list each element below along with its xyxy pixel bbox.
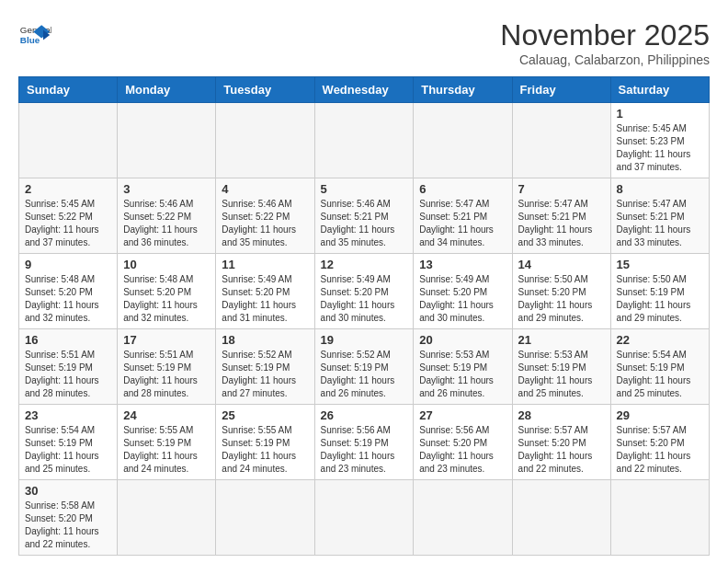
col-header-thursday: Thursday xyxy=(414,77,512,103)
day-number: 2 xyxy=(25,182,111,196)
col-header-monday: Monday xyxy=(118,77,216,103)
cell-info: Sunrise: 5:48 AMSunset: 5:20 PMDaylight:… xyxy=(25,273,111,325)
calendar-cell: 10Sunrise: 5:48 AMSunset: 5:20 PMDayligh… xyxy=(118,254,216,329)
calendar-cell: 21Sunrise: 5:53 AMSunset: 5:19 PMDayligh… xyxy=(512,329,610,405)
day-number: 23 xyxy=(25,408,111,422)
calendar-cell: 3Sunrise: 5:46 AMSunset: 5:22 PMDaylight… xyxy=(118,178,216,254)
day-number: 14 xyxy=(518,258,605,271)
calendar-cell: 22Sunrise: 5:54 AMSunset: 5:19 PMDayligh… xyxy=(610,329,709,405)
day-number: 27 xyxy=(419,408,506,422)
calendar-cell: 28Sunrise: 5:57 AMSunset: 5:20 PMDayligh… xyxy=(512,405,610,480)
calendar-cell xyxy=(512,103,610,178)
cell-info: Sunrise: 5:51 AMSunset: 5:19 PMDaylight:… xyxy=(123,349,210,400)
day-number: 5 xyxy=(321,182,408,196)
day-number: 20 xyxy=(419,333,506,347)
logo: General Blue xyxy=(18,18,51,52)
calendar-week-row: 9Sunrise: 5:48 AMSunset: 5:20 PMDaylight… xyxy=(19,254,710,329)
calendar-cell: 4Sunrise: 5:46 AMSunset: 5:22 PMDaylight… xyxy=(216,178,314,254)
day-number: 8 xyxy=(617,182,703,196)
col-header-tuesday: Tuesday xyxy=(216,77,314,103)
day-number: 9 xyxy=(25,258,111,271)
calendar-cell xyxy=(610,480,709,556)
cell-info: Sunrise: 5:45 AMSunset: 5:22 PMDaylight:… xyxy=(25,198,111,249)
cell-info: Sunrise: 5:45 AMSunset: 5:23 PMDaylight:… xyxy=(617,122,703,174)
calendar-cell xyxy=(512,480,610,556)
cell-info: Sunrise: 5:52 AMSunset: 5:19 PMDaylight:… xyxy=(222,349,308,400)
day-number: 12 xyxy=(321,258,408,271)
month-title: November 2025 xyxy=(500,18,710,52)
calendar-cell: 8Sunrise: 5:47 AMSunset: 5:21 PMDaylight… xyxy=(610,178,709,254)
cell-info: Sunrise: 5:54 AMSunset: 5:19 PMDaylight:… xyxy=(617,349,703,400)
calendar-cell: 7Sunrise: 5:47 AMSunset: 5:21 PMDaylight… xyxy=(512,178,610,254)
calendar-cell: 12Sunrise: 5:49 AMSunset: 5:20 PMDayligh… xyxy=(314,254,414,329)
calendar-cell: 19Sunrise: 5:52 AMSunset: 5:19 PMDayligh… xyxy=(314,329,414,405)
day-number: 30 xyxy=(25,484,111,498)
page-header: General Blue November 2025 Calauag, Cala… xyxy=(18,18,710,67)
day-number: 25 xyxy=(222,408,308,422)
day-number: 17 xyxy=(123,333,210,347)
calendar-week-row: 30Sunrise: 5:58 AMSunset: 5:20 PMDayligh… xyxy=(19,480,710,556)
day-number: 1 xyxy=(617,107,703,121)
calendar-cell: 24Sunrise: 5:55 AMSunset: 5:19 PMDayligh… xyxy=(118,405,216,480)
day-number: 26 xyxy=(321,408,408,422)
day-number: 4 xyxy=(222,182,308,196)
col-header-saturday: Saturday xyxy=(610,77,709,103)
calendar-cell: 23Sunrise: 5:54 AMSunset: 5:19 PMDayligh… xyxy=(19,405,118,480)
calendar-week-row: 2Sunrise: 5:45 AMSunset: 5:22 PMDaylight… xyxy=(19,178,710,254)
cell-info: Sunrise: 5:51 AMSunset: 5:19 PMDaylight:… xyxy=(25,349,111,400)
logo-icon: General Blue xyxy=(18,18,51,52)
cell-info: Sunrise: 5:47 AMSunset: 5:21 PMDaylight:… xyxy=(518,198,605,249)
day-number: 6 xyxy=(419,182,506,196)
calendar-cell: 20Sunrise: 5:53 AMSunset: 5:19 PMDayligh… xyxy=(414,329,512,405)
cell-info: Sunrise: 5:53 AMSunset: 5:19 PMDaylight:… xyxy=(518,349,605,400)
calendar-cell: 11Sunrise: 5:49 AMSunset: 5:20 PMDayligh… xyxy=(216,254,314,329)
location: Calauag, Calabarzon, Philippines xyxy=(500,52,710,67)
day-number: 3 xyxy=(123,182,210,196)
day-number: 21 xyxy=(518,333,605,347)
calendar-cell: 9Sunrise: 5:48 AMSunset: 5:20 PMDaylight… xyxy=(19,254,118,329)
day-number: 13 xyxy=(419,258,506,271)
cell-info: Sunrise: 5:52 AMSunset: 5:19 PMDaylight:… xyxy=(321,349,408,400)
calendar-week-row: 1Sunrise: 5:45 AMSunset: 5:23 PMDaylight… xyxy=(19,103,710,178)
day-number: 24 xyxy=(123,408,210,422)
cell-info: Sunrise: 5:46 AMSunset: 5:22 PMDaylight:… xyxy=(123,198,210,249)
calendar-cell: 2Sunrise: 5:45 AMSunset: 5:22 PMDaylight… xyxy=(19,178,118,254)
calendar-week-row: 16Sunrise: 5:51 AMSunset: 5:19 PMDayligh… xyxy=(19,329,710,405)
calendar-cell: 25Sunrise: 5:55 AMSunset: 5:19 PMDayligh… xyxy=(216,405,314,480)
calendar-cell xyxy=(314,103,414,178)
day-number: 11 xyxy=(222,258,308,271)
calendar-cell xyxy=(314,480,414,556)
title-section: November 2025 Calauag, Calabarzon, Phili… xyxy=(500,18,710,67)
day-number: 18 xyxy=(222,333,308,347)
calendar-cell xyxy=(118,480,216,556)
col-header-sunday: Sunday xyxy=(19,77,118,103)
cell-info: Sunrise: 5:56 AMSunset: 5:19 PMDaylight:… xyxy=(321,424,408,476)
calendar-cell xyxy=(19,103,118,178)
cell-info: Sunrise: 5:50 AMSunset: 5:19 PMDaylight:… xyxy=(617,273,703,325)
calendar-cell: 5Sunrise: 5:46 AMSunset: 5:21 PMDaylight… xyxy=(314,178,414,254)
cell-info: Sunrise: 5:50 AMSunset: 5:20 PMDaylight:… xyxy=(518,273,605,325)
calendar-cell: 6Sunrise: 5:47 AMSunset: 5:21 PMDaylight… xyxy=(414,178,512,254)
calendar-cell: 15Sunrise: 5:50 AMSunset: 5:19 PMDayligh… xyxy=(610,254,709,329)
cell-info: Sunrise: 5:46 AMSunset: 5:21 PMDaylight:… xyxy=(321,198,408,249)
calendar-header-row: SundayMondayTuesdayWednesdayThursdayFrid… xyxy=(19,77,710,103)
cell-info: Sunrise: 5:48 AMSunset: 5:20 PMDaylight:… xyxy=(123,273,210,325)
calendar-cell: 14Sunrise: 5:50 AMSunset: 5:20 PMDayligh… xyxy=(512,254,610,329)
cell-info: Sunrise: 5:49 AMSunset: 5:20 PMDaylight:… xyxy=(419,273,506,325)
day-number: 29 xyxy=(617,408,703,422)
cell-info: Sunrise: 5:53 AMSunset: 5:19 PMDaylight:… xyxy=(419,349,506,400)
calendar-cell: 27Sunrise: 5:56 AMSunset: 5:20 PMDayligh… xyxy=(414,405,512,480)
cell-info: Sunrise: 5:49 AMSunset: 5:20 PMDaylight:… xyxy=(321,273,408,325)
day-number: 19 xyxy=(321,333,408,347)
cell-info: Sunrise: 5:47 AMSunset: 5:21 PMDaylight:… xyxy=(617,198,703,249)
col-header-wednesday: Wednesday xyxy=(314,77,414,103)
calendar-cell: 26Sunrise: 5:56 AMSunset: 5:19 PMDayligh… xyxy=(314,405,414,480)
cell-info: Sunrise: 5:46 AMSunset: 5:22 PMDaylight:… xyxy=(222,198,308,249)
calendar-cell xyxy=(216,480,314,556)
day-number: 22 xyxy=(617,333,703,347)
cell-info: Sunrise: 5:47 AMSunset: 5:21 PMDaylight:… xyxy=(419,198,506,249)
day-number: 15 xyxy=(617,258,703,271)
calendar-week-row: 23Sunrise: 5:54 AMSunset: 5:19 PMDayligh… xyxy=(19,405,710,480)
day-number: 16 xyxy=(25,333,111,347)
calendar-cell: 16Sunrise: 5:51 AMSunset: 5:19 PMDayligh… xyxy=(19,329,118,405)
